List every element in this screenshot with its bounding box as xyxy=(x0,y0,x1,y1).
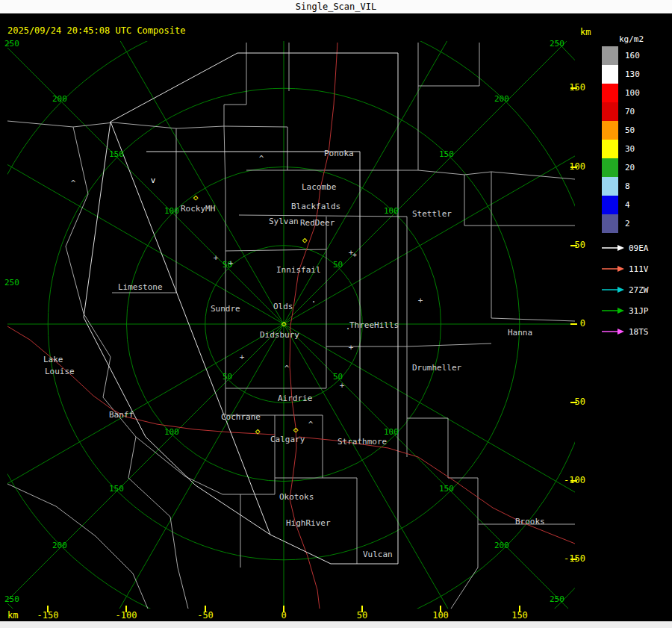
legend-color-swatch xyxy=(602,177,618,196)
radar-map[interactable]: 2502001501002502001501001001502002501001… xyxy=(0,0,672,628)
legend-scale-value: 8 xyxy=(625,181,630,191)
legend-scale-value: 50 xyxy=(625,125,635,135)
legend-scale-row: 30 xyxy=(602,140,640,158)
legend-scale-row: 2 xyxy=(602,214,640,233)
legend-scale-value: 2 xyxy=(625,219,630,228)
legend-radar-id: 18TS xyxy=(629,327,649,337)
legend-scale-row: 20 xyxy=(602,158,640,177)
radar-arrow-icon xyxy=(602,244,624,252)
legend-color-swatch xyxy=(602,84,618,102)
legend-scale-row: 70 xyxy=(602,102,640,121)
legend-scale-value: 100 xyxy=(625,88,640,98)
radar-coverage-outline xyxy=(84,53,398,564)
radar-app-window: Single_Scan_VIL 2025/09/24 20:45:08 UTC … xyxy=(0,0,672,628)
legend-radar-id: 27ZW xyxy=(629,285,649,295)
legend-scale-row: 50 xyxy=(602,121,640,140)
legend-scale-value: 4 xyxy=(625,200,630,210)
legend-color-swatch xyxy=(602,140,618,158)
legend-scale-row: 160 xyxy=(602,46,640,65)
legend-color-swatch xyxy=(602,102,618,121)
status-bar xyxy=(0,621,672,628)
axis-ticks xyxy=(48,88,577,612)
legend-unit-label: kg/m2 xyxy=(619,34,644,44)
radar-arrow-icon xyxy=(602,265,624,273)
radar-arrow-icon xyxy=(602,286,624,293)
radar-map-canvas xyxy=(0,0,672,628)
legend-radar-row: 18TS xyxy=(602,321,649,342)
highway-roads xyxy=(7,43,575,609)
legend-color-swatch xyxy=(602,214,618,233)
legend-color-swatch xyxy=(602,46,618,65)
legend-scale-value: 20 xyxy=(625,163,635,172)
legend-color-swatch xyxy=(602,121,618,140)
legend-radar-row: 31JP xyxy=(602,300,649,321)
legend-radar-list: 09EA111V27ZW31JP18TS xyxy=(602,237,649,342)
legend-radar-id: 31JP xyxy=(629,306,649,316)
range-rings xyxy=(0,0,672,628)
legend-color-swatch xyxy=(602,158,618,177)
legend-scale-row: 8 xyxy=(602,177,640,196)
county-boundaries xyxy=(7,43,575,609)
legend-color-swatch xyxy=(602,65,618,84)
legend-scale-value: 30 xyxy=(625,144,635,154)
radar-arrow-icon xyxy=(602,328,624,335)
legend-radar-id: 09EA xyxy=(629,243,649,253)
legend-color-swatch xyxy=(602,196,618,214)
legend-scale-value: 130 xyxy=(625,69,640,79)
legend-radar-id: 111V xyxy=(629,264,649,274)
legend-scale-row: 130 xyxy=(602,65,640,84)
legend-scale-row: 4 xyxy=(602,196,640,214)
legend-scale-value: 160 xyxy=(625,51,640,60)
legend-scale-value: 70 xyxy=(625,107,635,116)
legend-radar-row: 111V xyxy=(602,258,649,279)
legend-radar-row: 27ZW xyxy=(602,279,649,300)
radar-arrow-icon xyxy=(602,307,624,314)
legend-radar-row: 09EA xyxy=(602,237,649,258)
legend-color-scale: 16013010070503020842 xyxy=(602,46,640,233)
legend-scale-row: 100 xyxy=(602,84,640,102)
